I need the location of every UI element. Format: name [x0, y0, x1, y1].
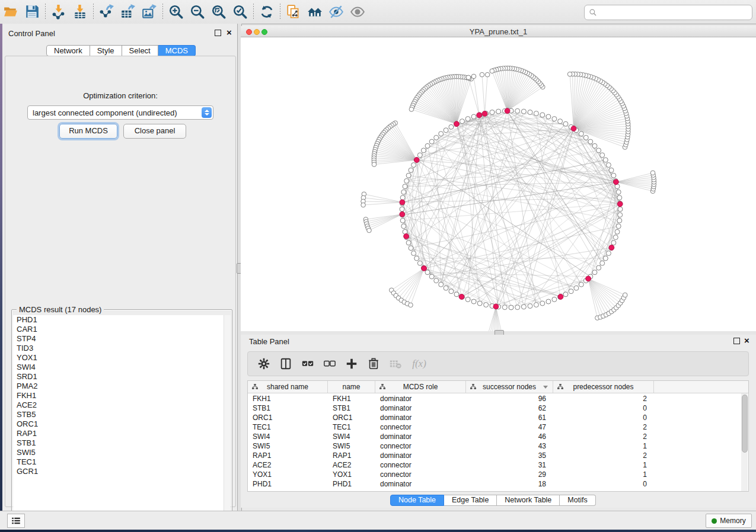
cell-predecessor-nodes[interactable]: 2 — [553, 432, 654, 441]
cell-name[interactable]: ACE2 — [328, 460, 375, 470]
cell-predecessor-nodes[interactable]: 2 — [553, 451, 654, 460]
mcds-result-item[interactable]: ORC1 — [13, 419, 231, 429]
graph-dominator-node[interactable] — [404, 233, 409, 239]
graph-dominator-node[interactable] — [477, 113, 482, 118]
cell-predecessor-nodes[interactable]: 1 — [553, 470, 654, 479]
graph-leaf-node[interactable] — [485, 72, 490, 77]
graph-node[interactable] — [546, 114, 551, 119]
graph-dominator-node[interactable] — [614, 180, 619, 185]
graph-leaf-node[interactable] — [466, 75, 471, 80]
cell-MCDS-role[interactable]: dominator — [375, 479, 466, 489]
table-row[interactable]: YOX1YOX1connector291 — [248, 470, 748, 479]
tab-select[interactable]: Select — [122, 45, 158, 56]
cell-name[interactable]: ORC1 — [328, 413, 375, 422]
graph-node[interactable] — [515, 305, 520, 310]
table-row[interactable]: PHD1PHD1dominator180 — [248, 479, 748, 489]
graph-node[interactable] — [546, 299, 551, 304]
import-network-button[interactable] — [48, 2, 69, 22]
graph-node[interactable] — [471, 114, 476, 119]
graph-dominator-node[interactable] — [571, 126, 576, 132]
import-table-button[interactable] — [69, 2, 91, 22]
table-row[interactable]: SWI5SWI5connector431 — [248, 441, 748, 451]
table-row[interactable]: FKH1FKH1dominator962 — [248, 394, 748, 403]
graph-node[interactable] — [444, 128, 448, 133]
graph-node[interactable] — [490, 110, 495, 115]
cell-successor-nodes[interactable]: 62 — [466, 403, 553, 413]
cell-shared-name[interactable]: RAP1 — [248, 451, 328, 460]
graph-node[interactable] — [596, 265, 601, 270]
cell-predecessor-nodes[interactable]: 1 — [553, 460, 654, 470]
graph-node[interactable] — [406, 173, 411, 178]
graph-node[interactable] — [502, 305, 507, 310]
show-graphics-details-button[interactable] — [347, 2, 368, 22]
deselect-all-rows-button[interactable] — [318, 354, 340, 374]
graph-node[interactable] — [401, 190, 406, 194]
criterion-dropdown[interactable]: largest connected component (undirected) — [27, 105, 213, 120]
graph-node[interactable] — [534, 111, 538, 116]
mcds-result-item[interactable]: SRD1 — [13, 372, 231, 382]
table-row[interactable]: SWI4SWI4dominator462 — [248, 432, 748, 441]
graph-node[interactable] — [552, 297, 557, 302]
share-network-document-button[interactable] — [283, 2, 304, 22]
status-menu-button[interactable] — [7, 514, 25, 528]
tab-style[interactable]: Style — [90, 45, 122, 56]
graph-leaf-node[interactable] — [567, 72, 572, 76]
graph-node[interactable] — [465, 117, 470, 121]
graph-node[interactable] — [412, 251, 416, 256]
zoom-out-button[interactable] — [187, 2, 208, 22]
graph-node[interactable] — [521, 109, 526, 114]
graph-node[interactable] — [400, 196, 405, 200]
graph-node[interactable] — [615, 229, 620, 234]
graph-node[interactable] — [404, 178, 409, 183]
tab-network[interactable]: Network — [46, 45, 90, 56]
table-row[interactable]: ACE2ACE2connector311 — [248, 460, 748, 470]
toggle-graphics-details-button[interactable] — [326, 2, 347, 22]
graph-dominator-node[interactable] — [586, 276, 591, 281]
graph-node[interactable] — [616, 224, 621, 229]
graph-node[interactable] — [484, 303, 489, 307]
cell-MCDS-role[interactable]: dominator — [375, 413, 466, 422]
graph-node[interactable] — [574, 286, 579, 290]
cell-shared-name[interactable]: YOX1 — [248, 470, 328, 479]
mcds-result-item[interactable]: STP4 — [13, 334, 231, 344]
graph-leaf-node[interactable] — [471, 74, 476, 79]
cell-successor-nodes[interactable]: 43 — [466, 441, 553, 451]
graph-node[interactable] — [540, 113, 545, 117]
open-file-button[interactable] — [0, 2, 21, 22]
graph-leaf-node[interactable] — [409, 107, 414, 112]
graph-dominator-node[interactable] — [414, 158, 419, 163]
cell-MCDS-role[interactable]: dominator — [375, 432, 466, 441]
graph-dominator-node[interactable] — [617, 201, 623, 207]
save-session-button[interactable] — [21, 2, 43, 22]
graph-node[interactable] — [596, 148, 601, 153]
cell-successor-nodes[interactable]: 29 — [466, 470, 553, 479]
graph-node[interactable] — [403, 184, 407, 189]
mcds-result-item[interactable]: PHD1 — [13, 315, 231, 325]
mcds-result-item[interactable]: RAP1 — [13, 429, 231, 438]
cell-MCDS-role[interactable]: dominator — [375, 451, 466, 460]
cell-successor-nodes[interactable]: 61 — [466, 413, 553, 422]
cell-shared-name[interactable]: FKH1 — [248, 394, 328, 403]
table-row[interactable]: RAP1RAP1dominator352 — [248, 451, 748, 460]
control-panel-close-icon[interactable]: × — [227, 30, 232, 35]
cell-successor-nodes[interactable]: 96 — [466, 394, 553, 403]
graph-node[interactable] — [609, 168, 614, 172]
graph-dominator-node[interactable] — [558, 294, 563, 300]
graph-node[interactable] — [417, 261, 422, 265]
graph-leaf-node[interactable] — [490, 69, 495, 73]
graph-node[interactable] — [509, 305, 513, 310]
node-table-scrollbar[interactable] — [741, 393, 748, 491]
graph-dominator-node[interactable] — [400, 211, 405, 217]
graph-node[interactable] — [613, 235, 618, 240]
delete-column-button[interactable] — [362, 354, 384, 374]
cell-name[interactable]: TEC1 — [328, 422, 375, 432]
mcds-result-item[interactable]: GCR1 — [13, 467, 231, 476]
graph-node[interactable] — [434, 135, 439, 140]
mcds-result-item[interactable]: TEC1 — [13, 457, 231, 467]
graph-node[interactable] — [409, 246, 413, 251]
graph-node[interactable] — [618, 207, 623, 211]
table-panel-float-icon[interactable] — [733, 338, 740, 344]
table-panel-close-icon[interactable]: × — [744, 338, 749, 343]
mcds-result-item[interactable]: PMA2 — [13, 382, 231, 391]
cell-predecessor-nodes[interactable]: 2 — [553, 422, 654, 432]
